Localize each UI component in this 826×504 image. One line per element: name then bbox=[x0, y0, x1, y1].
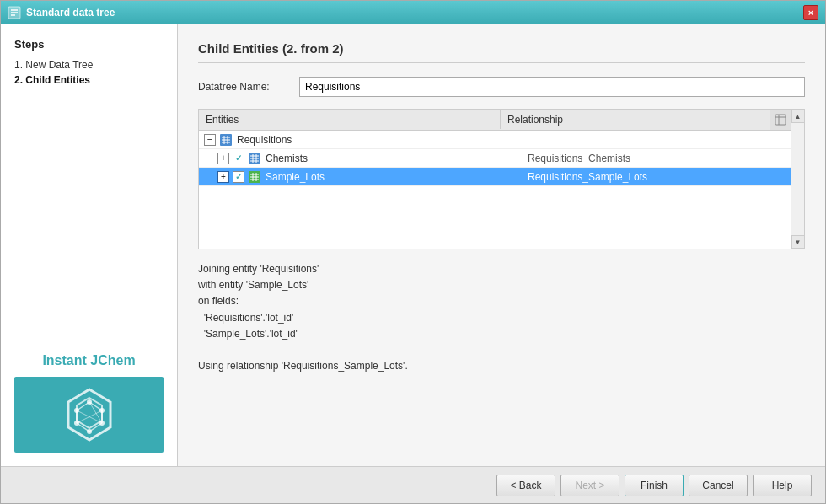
checkbox-samplelots[interactable]: ✓ bbox=[233, 171, 244, 183]
title-bar: Standard data tree × bbox=[1, 1, 825, 24]
section-title: Child Entities (2. from 2) bbox=[198, 41, 805, 63]
entity-cell-samplelots: + ✓ bbox=[199, 170, 521, 184]
step-2-label: Child Entities bbox=[25, 74, 90, 86]
desc-line-2: with entity 'Sample_Lots' bbox=[198, 277, 805, 293]
entity-label-root: Requisitions bbox=[237, 134, 292, 146]
table-settings-icon bbox=[775, 114, 786, 126]
entities-col-header: Entities bbox=[199, 110, 501, 129]
entity-icon-chemists bbox=[248, 152, 261, 165]
step-1-label: New Data Tree bbox=[25, 59, 93, 71]
brand-text: Instant JChem bbox=[14, 353, 164, 368]
sidebar-brand: Instant JChem bbox=[14, 353, 164, 453]
entity-icon-root bbox=[219, 133, 233, 147]
relationship-col-header: Relationship bbox=[501, 110, 770, 129]
entity-cell-chemists: + ✓ bbox=[199, 152, 521, 165]
expand-btn-chemists[interactable]: + bbox=[217, 153, 229, 164]
entity-label-chemists: Chemists bbox=[266, 153, 308, 164]
desc-line-1: Joining entity 'Requisitions' bbox=[198, 261, 805, 277]
window-title: Standard data tree bbox=[26, 7, 115, 19]
datatree-name-input[interactable] bbox=[299, 77, 805, 97]
scroll-down-arrow[interactable]: ▼ bbox=[791, 235, 805, 249]
desc-line-4: 'Requisitions'.'lot_id' bbox=[198, 310, 805, 326]
check-mark-samplelots: ✓ bbox=[235, 172, 242, 181]
rel-cell-samplelots: Requisitions_Sample_Lots bbox=[521, 171, 791, 183]
description-area: Joining entity 'Requisitions' with entit… bbox=[198, 261, 805, 374]
scroll-up-arrow[interactable]: ▲ bbox=[791, 110, 805, 123]
footer: < Back Next > Finish Cancel Help bbox=[1, 466, 825, 503]
table-with-scroll: Entities Relationship bbox=[199, 110, 804, 249]
table-row[interactable]: + ✓ bbox=[199, 168, 791, 186]
entity-label-samplelots: Sample_Lots bbox=[266, 171, 324, 183]
step-2: 2. Child Entities bbox=[14, 74, 164, 86]
content-area: Child Entities (2. from 2) Datatree Name… bbox=[178, 24, 825, 466]
close-button[interactable]: × bbox=[803, 5, 818, 20]
svg-rect-21 bbox=[775, 115, 786, 125]
table-icon-btn[interactable] bbox=[770, 110, 791, 130]
cancel-button[interactable]: Cancel bbox=[689, 475, 748, 496]
steps-title: Steps bbox=[14, 38, 164, 51]
entity-cell-root: − bbox=[199, 133, 521, 147]
brand-logo-box bbox=[14, 377, 164, 453]
title-bar-left: Standard data tree bbox=[8, 6, 115, 19]
step-1: 1. New Data Tree bbox=[14, 59, 164, 71]
entities-table: Entities Relationship bbox=[198, 109, 805, 249]
expand-btn-samplelots[interactable]: + bbox=[217, 171, 229, 183]
datatree-label: Datatree Name: bbox=[198, 81, 291, 93]
expand-btn-root[interactable]: − bbox=[204, 134, 216, 146]
desc-line-6 bbox=[198, 342, 805, 358]
table-row[interactable]: − bbox=[199, 131, 791, 149]
desc-line-7: Using relationship 'Requisitions_Sample_… bbox=[198, 358, 805, 374]
window-icon bbox=[8, 6, 21, 19]
table-scrollbar[interactable]: ▲ ▼ bbox=[791, 110, 804, 249]
main-window: Standard data tree × Steps 1. New Data T… bbox=[0, 0, 826, 504]
hex-logo-icon bbox=[60, 385, 119, 444]
back-button[interactable]: < Back bbox=[496, 475, 555, 496]
step-1-number: 1. bbox=[14, 59, 23, 71]
entity-icon-samplelots bbox=[248, 170, 261, 184]
checkbox-chemists[interactable]: ✓ bbox=[233, 153, 244, 164]
desc-line-5: 'Sample_Lots'.'lot_id' bbox=[198, 326, 805, 342]
help-button[interactable]: Help bbox=[753, 475, 812, 496]
step-2-number: 2. bbox=[14, 74, 23, 86]
table-body: − bbox=[199, 131, 791, 249]
rel-cell-chemists: Requisitions_Chemists bbox=[521, 153, 791, 164]
desc-line-3: on fields: bbox=[198, 293, 805, 309]
check-mark-chemists: ✓ bbox=[235, 153, 242, 163]
next-button[interactable]: Next > bbox=[560, 475, 620, 496]
main-content: Steps 1. New Data Tree 2. Child Entities… bbox=[1, 24, 825, 466]
finish-button[interactable]: Finish bbox=[625, 475, 684, 496]
form-row-datatree: Datatree Name: bbox=[198, 77, 805, 97]
table-main: Entities Relationship bbox=[199, 110, 791, 249]
table-row[interactable]: + ✓ bbox=[199, 149, 791, 168]
sidebar: Steps 1. New Data Tree 2. Child Entities… bbox=[1, 24, 178, 466]
table-header: Entities Relationship bbox=[199, 110, 791, 131]
